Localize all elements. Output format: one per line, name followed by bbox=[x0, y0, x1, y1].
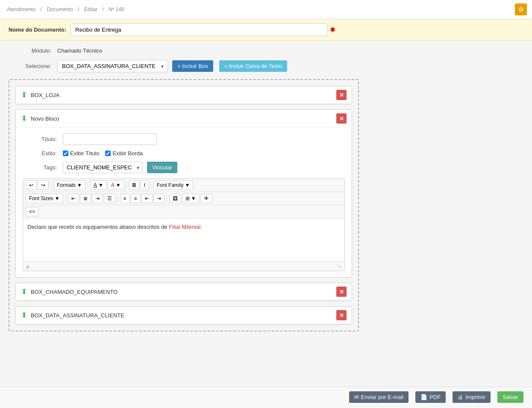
undo-icon: ↩ bbox=[29, 182, 33, 188]
main-content: Módulo: Chamado Técnico Selecione: BOX_D… bbox=[0, 41, 532, 338]
tags-select-wrapper: CLIENTE_NOME_ESPEC ▼ bbox=[63, 162, 143, 173]
include-buttons: + Incluir Box + Incluir Caixa de Texto bbox=[172, 60, 287, 72]
formats-label: Formats bbox=[57, 182, 76, 188]
modulo-value: Chamado Técnico bbox=[57, 47, 102, 54]
document-name-row: Nome do Documento: ✱ bbox=[0, 19, 532, 41]
exibir-borda-text: Exibir Borda bbox=[112, 150, 143, 157]
block-box-chamado-header: ⬍ BOX_CHAMADO_EQUIPAMENTO ✕ bbox=[16, 283, 352, 301]
incluir-caixa-button[interactable]: + Incluir Caixa de Texto bbox=[219, 60, 287, 72]
settings-icon[interactable]: ⚙ bbox=[515, 3, 527, 15]
font-family-label: Font Family bbox=[157, 182, 184, 188]
breadcrumb: Atendimento / Documento / Editar / Nº 14… bbox=[5, 6, 126, 12]
code-button[interactable]: <> bbox=[26, 207, 38, 216]
font-sizes-button[interactable]: Font Sizes ▼ bbox=[26, 194, 63, 203]
vincular-button[interactable]: Vincular bbox=[147, 162, 177, 173]
formats-arrow-icon: ▼ bbox=[77, 182, 82, 188]
font-a-button[interactable]: A ▼ bbox=[90, 180, 107, 190]
titulo-input[interactable] bbox=[63, 133, 157, 145]
block-box-loja-title: BOX_LOJA bbox=[31, 92, 59, 98]
code-icon: <> bbox=[29, 209, 35, 215]
align-center-button[interactable]: ≣ bbox=[80, 194, 91, 203]
align-right-icon: ⇥ bbox=[95, 195, 100, 201]
table-button[interactable]: ⊞▼ bbox=[182, 194, 200, 203]
delete-box-data-assinatura-button[interactable]: ✕ bbox=[336, 310, 347, 320]
list-ul-button[interactable]: ≡ bbox=[120, 194, 130, 203]
font-family-arrow: ▼ bbox=[185, 182, 190, 188]
list-ol-button[interactable]: ≡ bbox=[131, 194, 141, 203]
resize-handle-icon[interactable]: ⤡ bbox=[337, 263, 341, 269]
rich-text-editor: ↩ ↪ Formats ▼ A ▼ bbox=[23, 178, 345, 271]
block-box-chamado-equipamento: ⬍ BOX_CHAMADO_EQUIPAMENTO ✕ bbox=[15, 283, 352, 301]
align-right-button[interactable]: ⇥ bbox=[92, 194, 103, 203]
align-justify-button[interactable]: ☰ bbox=[104, 194, 115, 203]
editor-footer: p ⤡ bbox=[23, 261, 344, 271]
toolbar-sep-2 bbox=[88, 181, 88, 189]
delete-novo-bloco-button[interactable]: ✕ bbox=[336, 113, 347, 124]
block-box-loja: ⬍ BOX_LOJA ✕ bbox=[15, 86, 352, 104]
delete-box-loja-button[interactable]: ✕ bbox=[336, 90, 347, 100]
font-sizes-arrow: ▼ bbox=[55, 195, 60, 201]
undo-button[interactable]: ↩ bbox=[26, 180, 37, 190]
indent-out-button[interactable]: ⇤ bbox=[141, 194, 153, 203]
estilo-label: Estilo: bbox=[23, 150, 57, 157]
align-left-button[interactable]: ⇤ bbox=[68, 194, 79, 203]
selecione-select[interactable]: BOX_DATA_ASSINATURA_CLIENTE bbox=[57, 60, 168, 72]
required-star: ✱ bbox=[330, 26, 335, 34]
align-left-icon: ⇤ bbox=[71, 195, 76, 201]
tags-select[interactable]: CLIENTE_NOME_ESPEC bbox=[63, 162, 143, 173]
image-button[interactable]: 🖼 bbox=[169, 194, 181, 203]
italic-button[interactable]: I bbox=[140, 180, 148, 190]
delete-box-chamado-button[interactable]: ✕ bbox=[336, 287, 347, 297]
bold-icon: B bbox=[132, 182, 136, 188]
toolbar-row-3: <> bbox=[23, 205, 344, 219]
exibir-titulo-checkbox[interactable] bbox=[63, 151, 68, 156]
move-icon-box-data-assinatura[interactable]: ⬍ bbox=[21, 310, 27, 320]
toolbar-sep-5 bbox=[65, 195, 66, 202]
toolbar-sep-3 bbox=[126, 181, 127, 189]
top-bar: Atendimento / Documento / Editar / Nº 14… bbox=[0, 0, 532, 19]
toolbar-row-2: Font Sizes ▼ ⇤ ≣ ⇥ ☰ ≡ ≡ ⇤ ⇥ bbox=[23, 192, 344, 205]
toolbar-sep-4 bbox=[151, 181, 151, 189]
incluir-box-button[interactable]: + Incluir Box bbox=[172, 60, 213, 72]
font-a-icon: A bbox=[94, 182, 97, 188]
move-icon-novo-bloco[interactable]: ⬍ bbox=[21, 114, 27, 123]
indent-in-button[interactable]: ⇥ bbox=[153, 194, 165, 203]
move-icon-box-loja[interactable]: ⬍ bbox=[21, 90, 27, 100]
toolbar-sep-6 bbox=[118, 195, 118, 202]
toolbar-row-1: ↩ ↪ Formats ▼ A ▼ bbox=[23, 179, 344, 192]
font-sizes-label: Font Sizes bbox=[29, 195, 53, 201]
selecione-select-wrapper: BOX_DATA_ASSINATURA_CLIENTE ▼ bbox=[57, 60, 168, 72]
editor-tag: p bbox=[26, 264, 29, 269]
block-box-loja-header: ⬍ BOX_LOJA ✕ bbox=[16, 86, 352, 104]
breadcrumb-atendimento: Atendimento bbox=[7, 6, 35, 12]
indent-out-icon: ⇤ bbox=[145, 195, 149, 201]
toolbar-sep-7 bbox=[167, 195, 167, 202]
exibir-borda-checkbox[interactable] bbox=[105, 151, 111, 156]
preview-button[interactable]: 👁 bbox=[200, 194, 212, 203]
block-novo-bloco-header: ⬍ Novo Bloco ✕ bbox=[16, 110, 352, 127]
block-box-chamado-title: BOX_CHAMADO_EQUIPAMENTO bbox=[31, 289, 118, 295]
blocks-container: ⬍ BOX_LOJA ✕ ⬍ Novo Bloco ✕ Título: bbox=[9, 79, 359, 331]
indent-in-icon: ⇥ bbox=[157, 195, 161, 201]
font-color-arrow: ▼ bbox=[116, 182, 121, 188]
editor-content-area[interactable]: Declaro que recebi os equipamentos abaix… bbox=[23, 219, 344, 261]
titulo-row: Título: bbox=[23, 133, 345, 145]
exibir-titulo-label[interactable]: Exibir Título bbox=[63, 150, 99, 157]
redo-icon: ↪ bbox=[41, 182, 45, 188]
block-novo-bloco-body: Título: Estilo: Exibir Título Exibir Bor… bbox=[16, 127, 352, 277]
formats-button[interactable]: Formats ▼ bbox=[53, 180, 85, 190]
image-icon: 🖼 bbox=[173, 195, 178, 201]
redo-button[interactable]: ↪ bbox=[38, 180, 49, 190]
tags-label: Tags: bbox=[23, 164, 57, 171]
block-novo-bloco-title: Novo Bloco bbox=[31, 115, 59, 122]
selecione-row: Selecione: BOX_DATA_ASSINATURA_CLIENTE ▼… bbox=[9, 60, 523, 72]
align-justify-icon: ☰ bbox=[107, 195, 112, 201]
move-icon-box-chamado[interactable]: ⬍ bbox=[21, 287, 27, 296]
font-color-button[interactable]: A ▼ bbox=[108, 180, 124, 190]
table-arrow: ▼ bbox=[191, 195, 196, 201]
font-family-button[interactable]: Font Family ▼ bbox=[153, 180, 194, 190]
exibir-borda-label[interactable]: Exibir Borda bbox=[105, 150, 143, 157]
bold-button[interactable]: B bbox=[129, 180, 140, 190]
align-center-icon: ≣ bbox=[83, 195, 88, 201]
document-name-input[interactable] bbox=[71, 24, 327, 36]
